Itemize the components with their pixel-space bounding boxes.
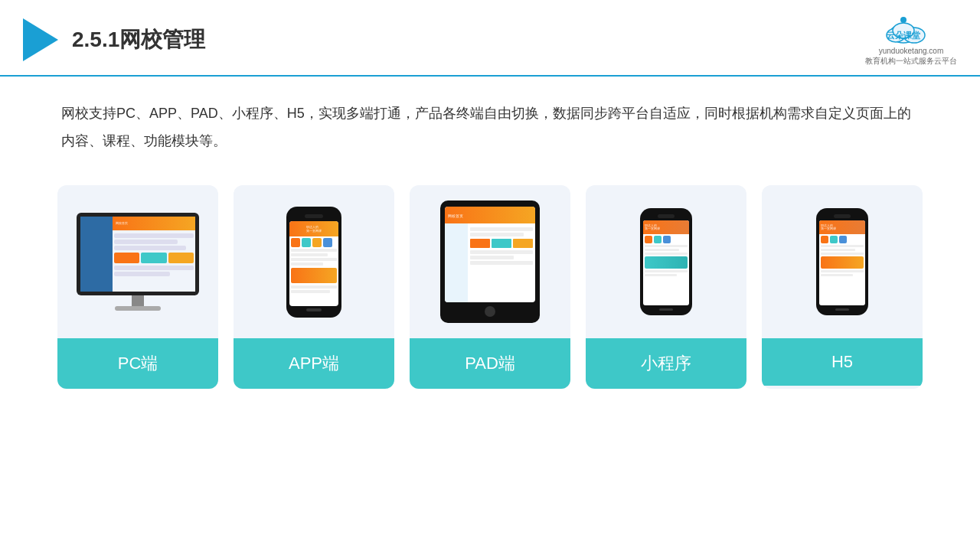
- card-h5-label: H5: [762, 338, 923, 386]
- card-pc-image: 网校首页: [57, 185, 218, 338]
- header: 2.5.1网校管理 云朵课堂 yunduoketang.com 教育机构一站式服…: [0, 0, 980, 77]
- device-tablet-icon: 网校首页: [440, 201, 540, 323]
- description-text: 网校支持PC、APP、PAD、小程序、H5，实现多端打通，产品各终端自由切换，数…: [0, 77, 980, 162]
- device-h5-icon: 职达人的第一堂网课: [816, 208, 868, 315]
- card-pc: 网校首页: [57, 185, 218, 389]
- card-app-label: APP端: [234, 338, 394, 389]
- card-pad-label: PAD端: [410, 338, 570, 389]
- card-pad: 网校首页: [410, 185, 570, 389]
- brand-tagline: 教育机构一站式服务云平台: [865, 56, 957, 66]
- card-pad-image: 网校首页: [410, 185, 570, 338]
- card-pc-label: PC端: [57, 338, 218, 389]
- card-h5-image: 职达人的第一堂网课: [762, 185, 923, 338]
- svg-text:云朵课堂: 云朵课堂: [887, 31, 921, 40]
- brand-domain: yunduoketang.com 教育机构一站式服务云平台: [865, 46, 957, 66]
- card-app-image: 职达人的第一堂网课: [234, 185, 394, 338]
- card-h5: 职达人的第一堂网课: [762, 185, 923, 389]
- card-miniprogram-image: 职达人的第一堂网课: [586, 185, 746, 338]
- logo-triangle-icon: [23, 18, 58, 61]
- device-pc-icon: 网校首页: [77, 213, 199, 311]
- header-left: 2.5.1网校管理: [23, 18, 205, 61]
- svg-point-4: [900, 17, 906, 23]
- brand-logo: 云朵课堂 yunduoketang.com 教育机构一站式服务云平台: [865, 14, 957, 66]
- card-miniprogram: 职达人的第一堂网课: [586, 185, 746, 389]
- page-title: 2.5.1网校管理: [72, 25, 205, 54]
- device-miniphone-icon: 职达人的第一堂网课: [640, 208, 692, 315]
- card-miniprogram-label: 小程序: [586, 338, 746, 389]
- card-app: 职达人的第一堂网课: [234, 185, 394, 389]
- brand-cloud-icon: 云朵课堂: [880, 14, 942, 44]
- cards-container: 网校首页: [0, 162, 980, 404]
- device-phone-icon: 职达人的第一堂网课: [286, 207, 341, 318]
